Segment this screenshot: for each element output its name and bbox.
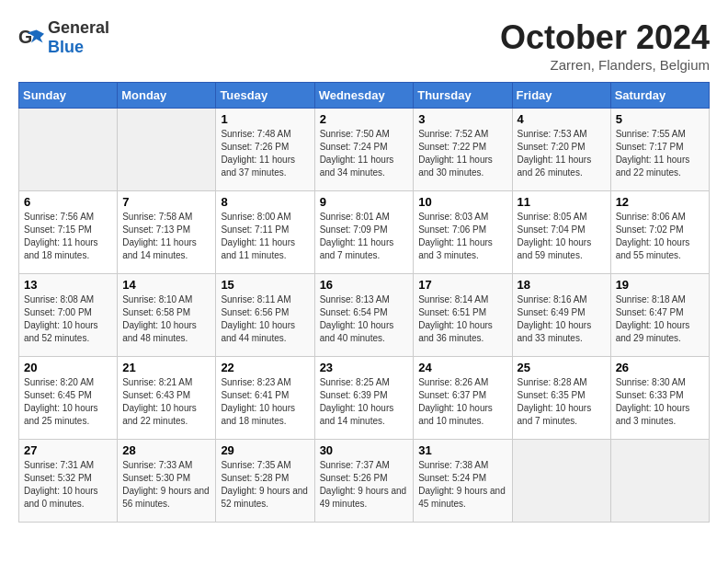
weekday-header-friday: Friday	[512, 83, 610, 109]
weekday-header-thursday: Thursday	[414, 83, 512, 109]
calendar-cell: 22Sunrise: 8:23 AMSunset: 6:41 PMDayligh…	[216, 357, 314, 440]
day-number: 14	[122, 278, 210, 292]
day-number: 31	[418, 443, 506, 457]
day-number: 8	[221, 195, 309, 209]
day-info: Sunrise: 7:35 AMSunset: 5:28 PMDaylight:…	[221, 459, 309, 511]
calendar-cell: 23Sunrise: 8:25 AMSunset: 6:39 PMDayligh…	[314, 357, 414, 440]
calendar-cell: 24Sunrise: 8:26 AMSunset: 6:37 PMDayligh…	[414, 357, 512, 440]
calendar-cell: 29Sunrise: 7:35 AMSunset: 5:28 PMDayligh…	[216, 440, 314, 523]
calendar-cell: 5Sunrise: 7:55 AMSunset: 7:17 PMDaylight…	[610, 109, 709, 191]
day-number: 20	[24, 361, 112, 374]
calendar-cell: 2Sunrise: 7:50 AMSunset: 7:24 PMDaylight…	[314, 109, 414, 191]
day-number: 5	[616, 112, 704, 126]
day-info: Sunrise: 8:30 AMSunset: 6:33 PMDaylight:…	[616, 376, 704, 428]
weekday-header-monday: Monday	[118, 83, 216, 109]
day-info: Sunrise: 7:52 AMSunset: 7:22 PMDaylight:…	[418, 128, 506, 179]
location-title: Zarren, Flanders, Belgium	[500, 57, 710, 73]
weekday-header-tuesday: Tuesday	[216, 83, 314, 109]
day-number: 1	[221, 112, 309, 126]
calendar-cell: 28Sunrise: 7:33 AMSunset: 5:30 PMDayligh…	[118, 440, 216, 523]
day-info: Sunrise: 8:21 AMSunset: 6:43 PMDaylight:…	[122, 376, 210, 428]
day-number: 25	[518, 361, 606, 374]
day-number: 6	[24, 195, 112, 209]
day-number: 23	[320, 361, 409, 374]
page-header: G General Blue October 2024 Zarren, Flan…	[18, 18, 710, 73]
calendar-cell: 1Sunrise: 7:48 AMSunset: 7:26 PMDaylight…	[216, 109, 314, 191]
day-number: 12	[616, 195, 704, 209]
day-info: Sunrise: 8:18 AMSunset: 6:47 PMDaylight:…	[616, 293, 704, 345]
day-number: 16	[320, 278, 409, 292]
day-info: Sunrise: 7:53 AMSunset: 7:20 PMDaylight:…	[518, 128, 606, 179]
calendar-cell	[19, 109, 118, 191]
day-number: 9	[320, 195, 409, 209]
calendar-cell	[610, 440, 709, 523]
day-number: 17	[418, 278, 506, 292]
day-number: 18	[518, 278, 606, 292]
day-info: Sunrise: 8:00 AMSunset: 7:11 PMDaylight:…	[221, 211, 309, 262]
calendar-cell: 14Sunrise: 8:10 AMSunset: 6:58 PMDayligh…	[118, 274, 216, 357]
day-info: Sunrise: 7:48 AMSunset: 7:26 PMDaylight:…	[221, 128, 309, 179]
calendar-cell: 21Sunrise: 8:21 AMSunset: 6:43 PMDayligh…	[118, 357, 216, 440]
calendar-table: SundayMondayTuesdayWednesdayThursdayFrid…	[18, 82, 710, 523]
day-info: Sunrise: 8:13 AMSunset: 6:54 PMDaylight:…	[320, 293, 409, 345]
calendar-week-row: 6Sunrise: 7:56 AMSunset: 7:15 PMDaylight…	[19, 191, 710, 274]
calendar-cell: 26Sunrise: 8:30 AMSunset: 6:33 PMDayligh…	[610, 357, 709, 440]
day-info: Sunrise: 7:58 AMSunset: 7:13 PMDaylight:…	[122, 211, 210, 262]
title-section: October 2024 Zarren, Flanders, Belgium	[500, 18, 710, 73]
calendar-cell: 25Sunrise: 8:28 AMSunset: 6:35 PMDayligh…	[512, 357, 610, 440]
day-number: 10	[418, 195, 506, 209]
calendar-cell: 20Sunrise: 8:20 AMSunset: 6:45 PMDayligh…	[19, 357, 118, 440]
calendar-cell: 19Sunrise: 8:18 AMSunset: 6:47 PMDayligh…	[610, 274, 709, 357]
calendar-cell: 11Sunrise: 8:05 AMSunset: 7:04 PMDayligh…	[512, 191, 610, 274]
calendar-week-row: 27Sunrise: 7:31 AMSunset: 5:32 PMDayligh…	[19, 440, 710, 523]
day-number: 24	[418, 361, 506, 374]
calendar-cell: 17Sunrise: 8:14 AMSunset: 6:51 PMDayligh…	[414, 274, 512, 357]
day-info: Sunrise: 8:20 AMSunset: 6:45 PMDaylight:…	[24, 376, 112, 428]
day-number: 29	[221, 443, 309, 457]
day-number: 27	[24, 443, 112, 457]
day-number: 13	[24, 278, 112, 292]
day-info: Sunrise: 7:55 AMSunset: 7:17 PMDaylight:…	[616, 128, 704, 179]
day-info: Sunrise: 7:31 AMSunset: 5:32 PMDaylight:…	[24, 459, 112, 511]
weekday-header-wednesday: Wednesday	[314, 83, 414, 109]
day-info: Sunrise: 8:11 AMSunset: 6:56 PMDaylight:…	[221, 293, 309, 345]
day-number: 11	[518, 195, 606, 209]
calendar-cell: 31Sunrise: 7:38 AMSunset: 5:24 PMDayligh…	[414, 440, 512, 523]
logo-blue: Blue	[48, 38, 84, 56]
weekday-header-sunday: Sunday	[19, 83, 118, 109]
day-info: Sunrise: 8:25 AMSunset: 6:39 PMDaylight:…	[320, 376, 409, 428]
day-info: Sunrise: 8:06 AMSunset: 7:02 PMDaylight:…	[616, 211, 704, 262]
day-number: 3	[418, 112, 506, 126]
day-info: Sunrise: 7:50 AMSunset: 7:24 PMDaylight:…	[320, 128, 409, 179]
day-number: 15	[221, 278, 309, 292]
day-number: 21	[122, 361, 210, 374]
calendar-cell	[118, 109, 216, 191]
weekday-header-row: SundayMondayTuesdayWednesdayThursdayFrid…	[19, 83, 710, 109]
month-title: October 2024	[500, 18, 710, 57]
calendar-cell: 8Sunrise: 8:00 AMSunset: 7:11 PMDaylight…	[216, 191, 314, 274]
day-number: 28	[122, 443, 210, 457]
calendar-cell: 3Sunrise: 7:52 AMSunset: 7:22 PMDaylight…	[414, 109, 512, 191]
logo-general: General	[48, 18, 109, 37]
day-number: 2	[320, 112, 409, 126]
calendar-cell: 16Sunrise: 8:13 AMSunset: 6:54 PMDayligh…	[314, 274, 414, 357]
calendar-cell: 27Sunrise: 7:31 AMSunset: 5:32 PMDayligh…	[19, 440, 118, 523]
logo: G General Blue	[18, 18, 109, 57]
day-info: Sunrise: 8:01 AMSunset: 7:09 PMDaylight:…	[320, 211, 409, 262]
calendar-cell: 7Sunrise: 7:58 AMSunset: 7:13 PMDaylight…	[118, 191, 216, 274]
day-number: 26	[616, 361, 704, 374]
day-info: Sunrise: 8:10 AMSunset: 6:58 PMDaylight:…	[122, 293, 210, 345]
day-info: Sunrise: 8:26 AMSunset: 6:37 PMDaylight:…	[418, 376, 506, 428]
day-info: Sunrise: 7:38 AMSunset: 5:24 PMDaylight:…	[418, 459, 506, 511]
calendar-cell: 18Sunrise: 8:16 AMSunset: 6:49 PMDayligh…	[512, 274, 610, 357]
calendar-cell: 9Sunrise: 8:01 AMSunset: 7:09 PMDaylight…	[314, 191, 414, 274]
calendar-cell: 4Sunrise: 7:53 AMSunset: 7:20 PMDaylight…	[512, 109, 610, 191]
day-info: Sunrise: 8:23 AMSunset: 6:41 PMDaylight:…	[221, 376, 309, 428]
day-info: Sunrise: 8:03 AMSunset: 7:06 PMDaylight:…	[418, 211, 506, 262]
svg-text:G: G	[18, 27, 32, 47]
calendar-cell: 15Sunrise: 8:11 AMSunset: 6:56 PMDayligh…	[216, 274, 314, 357]
calendar-week-row: 13Sunrise: 8:08 AMSunset: 7:00 PMDayligh…	[19, 274, 710, 357]
day-number: 7	[122, 195, 210, 209]
logo-icon: G	[18, 25, 44, 51]
day-number: 4	[518, 112, 606, 126]
